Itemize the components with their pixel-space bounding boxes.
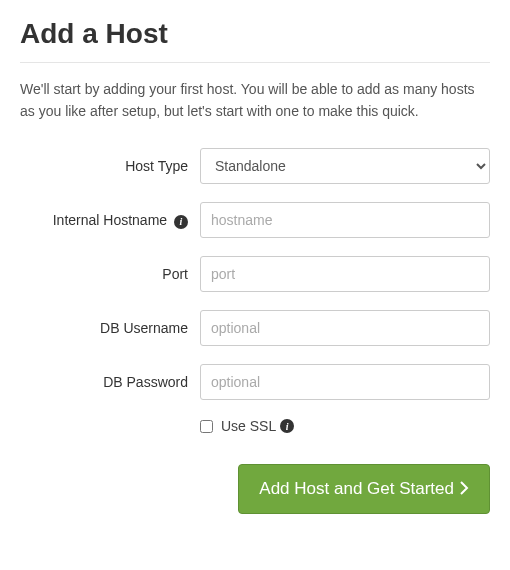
host-type-select[interactable]: Standalone (200, 148, 490, 184)
host-type-label: Host Type (20, 158, 200, 174)
port-label: Port (20, 266, 200, 282)
add-host-button-label: Add Host and Get Started (259, 479, 454, 499)
db-password-input[interactable] (200, 364, 490, 400)
divider (20, 62, 490, 63)
use-ssl-checkbox[interactable] (200, 420, 213, 433)
db-username-label: DB Username (20, 320, 200, 336)
info-icon[interactable]: i (280, 419, 294, 433)
use-ssl-label: Use SSL (221, 418, 276, 434)
internal-hostname-label: Internal Hostname i (20, 212, 200, 228)
intro-text: We'll start by adding your first host. Y… (20, 79, 490, 122)
db-password-label: DB Password (20, 374, 200, 390)
page-title: Add a Host (20, 18, 490, 50)
chevron-right-icon (460, 481, 469, 498)
add-host-button[interactable]: Add Host and Get Started (238, 464, 490, 514)
port-input[interactable] (200, 256, 490, 292)
db-username-input[interactable] (200, 310, 490, 346)
info-icon[interactable]: i (174, 215, 188, 229)
internal-hostname-label-text: Internal Hostname (53, 212, 167, 228)
internal-hostname-input[interactable] (200, 202, 490, 238)
